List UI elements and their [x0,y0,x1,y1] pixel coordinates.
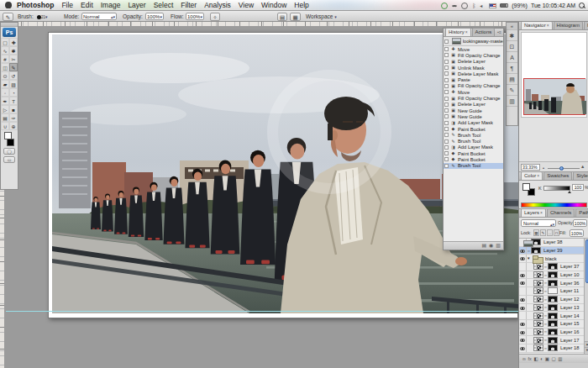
new-document-from-state-icon[interactable]: ▤ [481,242,486,250]
history-brush-source-box[interactable] [444,133,449,137]
history-state-move[interactable]: ✚Move [444,46,503,52]
lasso-tool[interactable]: ∿ [1,46,9,55]
scrollbar-thumb[interactable] [585,239,588,283]
history-state-delete-layer[interactable]: ▣Delete Layer [444,102,503,108]
layer-row-layer-36[interactable]: ∞Layer 36 [519,279,584,287]
visibility-toggle[interactable] [519,287,527,295]
layer-mask-thumbnail[interactable] [548,287,558,294]
visibility-toggle[interactable] [519,279,527,287]
layers-scrollbar[interactable]: ▲ ▼ [584,239,588,354]
bluetooth-menu-icon[interactable]: ᛒ [471,3,476,9]
menu-image[interactable]: Image [101,0,121,11]
gradient-tool[interactable]: ▨ [9,80,18,88]
screen-mode-button[interactable]: ▭ [3,156,15,163]
zoom-out-icon[interactable]: ▴ [543,166,544,170]
history-brush-source-box[interactable] [444,39,449,44]
history-state-fill-opacity-change[interactable]: ▣Fill Opacity Change [444,52,503,58]
history-state-add-layer-mask[interactable]: ◨Add Layer Mask [444,145,503,150]
active-tool-icon[interactable]: ✎ [3,13,13,21]
layer-row-layer-18[interactable]: ∞Layer 18 [519,344,584,353]
history-state-brush-tool[interactable]: ✎Brush Tool [444,132,503,138]
pen-tool[interactable]: ✒ [1,97,9,105]
history-brush-source-box[interactable] [444,114,449,118]
tab-layers[interactable]: Layers× [521,208,546,217]
history-brush-source-box[interactable] [444,90,449,94]
menu-layer[interactable]: Layer [128,0,145,11]
type-tool[interactable]: T [9,97,18,105]
layer-row-layer-16[interactable]: ∞Layer 16 [519,329,584,337]
history-state-delete-layer-mask[interactable]: ▣Delete Layer Mask [444,71,503,76]
background-color-swatch[interactable] [7,139,14,146]
history-state-fill-opacity-change[interactable]: ▣Fill Opacity Change [444,83,503,89]
layer-thumbnail[interactable] [533,296,543,302]
new-snapshot-icon[interactable]: ◉ [489,242,493,250]
quick-mask-button[interactable]: ◯ [3,148,15,155]
menu-select[interactable]: Select [154,0,174,11]
link-layers-icon[interactable]: ∞ [522,355,526,363]
toggle-brushes-panel-button[interactable]: ▤ [277,13,287,21]
layer-style-icon[interactable]: fx [528,355,531,363]
history-brush-source-box[interactable] [444,71,449,76]
slice-tool[interactable]: ✂ [9,55,18,63]
hand-tool[interactable]: ∪ [1,122,9,130]
tab-actions[interactable]: Actions [472,28,496,36]
clone-source-panel-icon[interactable]: ⊡ [507,41,517,52]
layer-thumbnail[interactable] [533,337,543,344]
layer-thumbnail[interactable] [523,240,533,247]
history-state-fill-opacity-change[interactable]: ▣Fill Opacity Change [444,95,503,101]
history-brush-source-box[interactable] [444,145,449,150]
airbrush-toggle[interactable]: ✧ [210,13,220,21]
visibility-toggle[interactable] [519,263,527,271]
guide-line-horizontal[interactable] [6,311,518,312]
layer-thumbnail[interactable] [533,263,543,270]
layer-thumbnail[interactable] [533,287,543,294]
history-state-paste[interactable]: ▣Paste [444,76,503,82]
layer-mask-thumbnail[interactable] [548,263,558,270]
character-panel-icon[interactable]: A [507,52,517,63]
history-state-paint-bucket[interactable]: ◆Paint Bucket [444,156,503,162]
navigator-proxy-area[interactable] [521,32,587,118]
zoom-slider-thumb[interactable] [559,166,564,171]
blur-tool[interactable]: ◦ [1,88,9,97]
visibility-toggle[interactable] [519,255,527,262]
zoom-percentage-input[interactable]: 33.33% [521,164,540,171]
toggle-clone-source-button[interactable]: ▦ [290,13,301,21]
expand-triangle-icon[interactable]: ▼ [527,256,532,260]
tab-navigator[interactable]: Navigator× [521,21,553,29]
tab-info[interactable]: Info [584,21,588,29]
layer-thumbnail[interactable] [533,329,543,335]
k-slider-thumb[interactable] [568,191,571,193]
apple-menu-icon[interactable] [5,2,12,8]
layer-group-row-black[interactable]: ▼black [519,255,584,263]
brush-preset-picker[interactable]: 21▾ [37,11,48,22]
foreground-color-swatch[interactable] [522,183,530,191]
history-brush-source-box[interactable] [444,108,449,113]
input-language-flag-icon[interactable] [489,3,496,8]
history-brush-source-box[interactable] [444,60,449,64]
layer-blend-mode-select[interactable]: Normal▴▾ [521,219,556,227]
navigator-view-box[interactable] [523,78,585,115]
tab-styles[interactable]: Styles [573,171,588,180]
airport-menu-icon[interactable] [451,5,458,9]
magic-wand-tool[interactable]: ✱ [9,46,18,55]
layer-comps-panel-icon[interactable]: ▤ [507,74,517,85]
lock-image-icon[interactable]: ✎ [540,229,546,236]
layer-mask-thumbnail[interactable] [548,337,558,344]
layer-row-layer-12[interactable]: ∞Layer 12 [519,296,584,304]
layer-thumbnail[interactable] [533,304,543,311]
layer-thumbnail[interactable] [533,313,543,319]
menu-help[interactable]: Help [294,0,308,11]
battery-icon[interactable] [500,3,508,8]
visibility-toggle[interactable] [519,304,527,312]
layer-row-layer-39[interactable]: ∞Layer 39 [519,247,584,255]
history-brush-source-box[interactable] [444,151,449,155]
path-selection-tool[interactable]: ▷ [1,105,9,113]
new-group-icon[interactable]: ▣ [545,355,549,363]
visibility-toggle[interactable] [519,296,527,303]
layer-row-layer-37[interactable]: ∞Layer 37 [519,263,584,271]
history-brush-source-box[interactable] [444,84,449,88]
brushes-panel-icon[interactable]: ✱ [507,30,517,41]
layer-mask-thumbnail[interactable] [548,271,558,278]
move-tool[interactable]: ✚ [9,38,18,46]
menu-analysis[interactable]: Analysis [204,0,231,11]
